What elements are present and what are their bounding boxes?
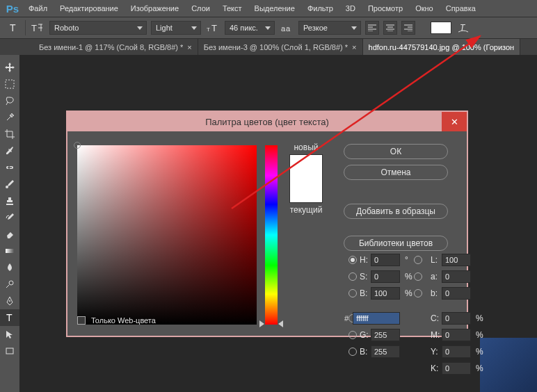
text-color-swatch[interactable]	[431, 22, 451, 34]
crop-tool[interactable]	[0, 126, 19, 142]
g-radio[interactable]	[348, 331, 357, 339]
color-preview-column: новый текущий	[286, 142, 326, 325]
aa-icon: aa	[279, 20, 294, 35]
menu-filter[interactable]: Фильтр	[303, 1, 338, 15]
gradient-tool[interactable]	[0, 243, 19, 259]
history-brush-tool[interactable]	[0, 209, 19, 226]
l-field[interactable]: 100	[442, 254, 471, 266]
move-tool[interactable]	[0, 59, 19, 76]
hex-prefix: #	[344, 314, 348, 322]
a-field[interactable]: 0	[442, 270, 471, 283]
menu-view[interactable]: Просмотр	[363, 1, 408, 15]
hue-slider[interactable]	[265, 145, 278, 325]
lasso-tool[interactable]	[0, 92, 19, 109]
color-preview-swatch[interactable]	[289, 154, 323, 203]
svg-point-12	[9, 300, 10, 302]
menu-file[interactable]: Файл	[24, 1, 52, 15]
svg-text:a: a	[281, 24, 286, 33]
web-only-label: Только Web-цвета	[91, 316, 156, 325]
orientation-toggle-icon[interactable]: T	[30, 20, 45, 35]
b-field[interactable]: 100	[371, 287, 400, 300]
g-field[interactable]: 255	[371, 329, 400, 341]
svg-text:a: a	[286, 24, 291, 33]
m-unit: %	[474, 330, 485, 340]
k-field[interactable]: 0	[442, 362, 471, 375]
l-radio[interactable]	[414, 256, 422, 264]
y-unit: %	[474, 347, 485, 357]
document-tab[interactable]: Без имени-1 @ 117% (Слой 8, RGB/8#) * ×	[33, 39, 198, 56]
document-tab[interactable]: Без имени-3 @ 100% (Слой 1, RGB/8#) * ×	[198, 39, 363, 56]
s-radio[interactable]	[348, 272, 357, 281]
pen-tool[interactable]	[0, 293, 19, 309]
hex-field[interactable]: ffffff	[353, 312, 400, 325]
web-only-row: Только Web-цвета	[77, 316, 156, 325]
k-label: K:	[431, 364, 442, 373]
hue-pointer-icon	[278, 320, 283, 327]
antialias-dropdown[interactable]: Резкое	[298, 21, 361, 35]
rgb-b-field[interactable]: 255	[371, 345, 400, 358]
h-label: H:	[360, 255, 371, 265]
b-radio[interactable]	[348, 289, 357, 297]
lab-b-field[interactable]: 0	[442, 287, 471, 300]
menu-window[interactable]: Окно	[410, 1, 438, 15]
menu-3d[interactable]: 3D	[341, 1, 360, 15]
web-only-checkbox[interactable]	[77, 316, 86, 325]
y-field[interactable]: 0	[442, 345, 471, 358]
g-label: G:	[360, 330, 371, 340]
marquee-tool[interactable]	[0, 76, 19, 92]
rgb-b-radio[interactable]	[348, 348, 357, 356]
dialog-titlebar[interactable]: Палитра цветов (цвет текста) ✕	[67, 112, 467, 131]
s-unit: %	[403, 272, 414, 281]
h-field[interactable]: 0	[371, 254, 400, 266]
align-center-button[interactable]	[383, 21, 397, 35]
lab-b-radio[interactable]	[414, 289, 422, 297]
tab-close-icon[interactable]: ×	[352, 43, 356, 51]
tab-close-icon[interactable]: ×	[187, 43, 191, 51]
rectangle-tool[interactable]	[0, 343, 19, 359]
document-tab[interactable]: hdfon.ru-447579140.jpg @ 100% (Горизон	[363, 39, 521, 56]
magic-wand-tool[interactable]	[0, 109, 19, 126]
ok-button[interactable]: ОК	[344, 144, 448, 159]
dodge-tool[interactable]	[0, 276, 19, 293]
font-family-dropdown[interactable]: Roboto	[49, 21, 147, 35]
menu-image[interactable]: Изображение	[126, 1, 184, 15]
menu-select[interactable]: Выделение	[250, 1, 300, 15]
current-color-label: текущий	[290, 205, 323, 215]
type-tool[interactable]: T	[0, 309, 19, 326]
align-left-button[interactable]	[365, 21, 379, 35]
warp-text-icon[interactable]: T	[456, 20, 471, 35]
divider	[25, 20, 26, 35]
options-bar: T T Roboto Light TT 46 пикс. aa Резкое T	[0, 17, 537, 39]
svg-text:T: T	[6, 313, 13, 322]
font-size-dropdown[interactable]: 46 пикс.	[225, 21, 275, 35]
eyedropper-tool[interactable]	[0, 142, 19, 159]
c-field[interactable]: 0	[442, 312, 471, 325]
m-field[interactable]: 0	[442, 329, 471, 341]
k-unit: %	[474, 364, 485, 373]
menu-help[interactable]: Справка	[441, 1, 481, 15]
path-selection-tool[interactable]	[0, 326, 19, 343]
c-unit: %	[474, 313, 485, 323]
align-right-button[interactable]	[401, 21, 415, 35]
lab-b-label: b:	[431, 288, 442, 298]
saturation-value-picker[interactable]	[77, 145, 257, 325]
healing-brush-tool[interactable]	[0, 159, 19, 176]
brush-tool[interactable]	[0, 176, 19, 193]
svg-text:T: T	[207, 26, 210, 33]
menu-edit[interactable]: Редактирование	[55, 1, 123, 15]
a-radio[interactable]	[414, 272, 422, 281]
blur-tool[interactable]	[0, 259, 19, 276]
add-swatch-button[interactable]: Добавить в образцы	[344, 204, 448, 219]
menu-text[interactable]: Текст	[218, 1, 247, 15]
menu-layers[interactable]: Слои	[186, 1, 215, 15]
m-label: M:	[431, 330, 442, 340]
font-weight-dropdown[interactable]: Light	[151, 21, 201, 35]
stamp-tool[interactable]	[0, 193, 19, 209]
h-radio[interactable]	[348, 256, 357, 264]
cancel-button[interactable]: Отмена	[344, 165, 448, 180]
s-field[interactable]: 0	[371, 270, 400, 283]
eraser-tool[interactable]	[0, 226, 19, 243]
dialog-close-button[interactable]: ✕	[442, 112, 467, 131]
color-libraries-button[interactable]: Библиотеки цветов	[344, 236, 448, 251]
svg-point-11	[9, 281, 13, 285]
